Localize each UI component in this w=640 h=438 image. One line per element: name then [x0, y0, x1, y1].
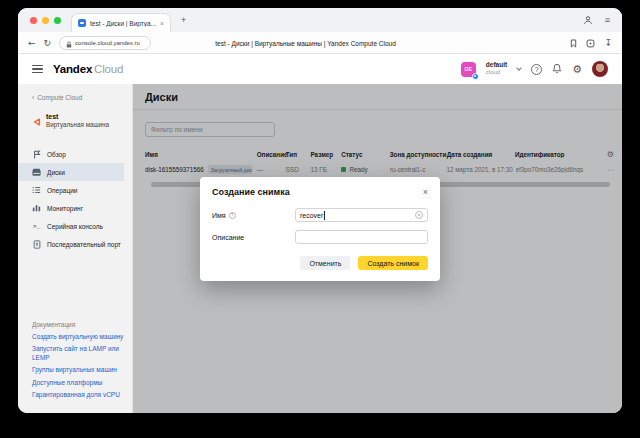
reload-icon[interactable]: ↻	[44, 38, 52, 48]
browser-window: test - Диски | Виртуа... × + ≡ ← ↻ conso…	[18, 8, 622, 413]
extensions-icon[interactable]	[586, 34, 595, 52]
cloud-avatar[interactable]: DE	[461, 62, 476, 77]
bell-icon[interactable]	[552, 60, 562, 78]
vm-service-icon	[32, 113, 41, 131]
description-field-label: Описание	[212, 234, 244, 241]
tab-close-icon[interactable]: ×	[160, 20, 164, 27]
bookmark-icon[interactable]	[570, 34, 577, 52]
docs-link-create-vm[interactable]: Создать виртуальную машину	[32, 333, 126, 341]
sidebar-nav: Обзор Диски	[18, 145, 124, 253]
sidebar-item-label: Последовательный порт	[47, 241, 121, 248]
download-icon[interactable]: ↧	[604, 38, 612, 48]
name-input-value: recover	[300, 212, 323, 219]
name-field-label: Имя	[212, 212, 226, 219]
service-kind: Виртуальная машина	[46, 121, 109, 128]
sidebar-item-label: Мониторинг	[47, 205, 83, 212]
hamburger-menu-icon[interactable]	[32, 65, 43, 74]
monitoring-chart-icon	[32, 204, 41, 212]
tab-favicon-icon	[78, 19, 86, 27]
window-controls	[30, 17, 61, 24]
chevron-left-icon: ‹	[32, 94, 34, 101]
docs-link-vcpu[interactable]: Гарантированная доля vCPU	[32, 391, 126, 399]
yandex-cloud-logo: YandexCloud	[53, 63, 123, 75]
page-title-text: test - Диски | Виртуальные машины | Yand…	[215, 39, 395, 46]
browser-tab[interactable]: test - Диски | Виртуа... ×	[71, 13, 171, 32]
snapshot-description-input[interactable]	[295, 230, 428, 244]
service-name: test	[46, 113, 109, 120]
sidebar-item-overview[interactable]: Обзор	[18, 145, 124, 163]
close-window-button[interactable]	[30, 17, 37, 24]
modal-title: Создание снимка	[212, 187, 290, 197]
cancel-button[interactable]: Отменить	[300, 256, 350, 270]
lock-icon	[66, 34, 72, 52]
snapshot-name-input[interactable]: recover ×	[295, 208, 428, 222]
sidebar-item-label: Обзор	[47, 151, 66, 158]
gear-icon[interactable]: ⚙	[572, 64, 582, 75]
sidebar-back-link[interactable]: ‹ Compute Cloud	[32, 94, 124, 101]
back-icon[interactable]: ←	[28, 38, 36, 48]
address-bar[interactable]: console.cloud.yandex.ru	[59, 36, 151, 50]
field-help-icon[interactable]: ?	[229, 212, 236, 219]
cloud-avatar-initials: DE	[464, 66, 472, 72]
operations-list-icon	[32, 186, 41, 194]
logo-cloud-text: Cloud	[94, 63, 123, 75]
tab-title: test - Диски | Виртуа...	[90, 20, 156, 27]
flag-icon	[32, 150, 41, 159]
browser-menu-icon[interactable]: ≡	[605, 15, 610, 25]
docs-title: Документация	[32, 321, 126, 328]
documentation-section: Документация Создать виртуальную машину …	[32, 321, 126, 404]
sidebar-item-label: Операции	[47, 187, 77, 194]
console-header: YandexCloud DE default cloud ? ⚙	[18, 54, 622, 84]
sidebar-item-serial-console[interactable]: >_ Серийная консоль	[18, 217, 124, 235]
zoom-window-button[interactable]	[54, 17, 61, 24]
text-caret	[324, 211, 325, 220]
close-icon[interactable]: ×	[423, 187, 428, 197]
browser-profile-icon[interactable]	[583, 15, 593, 25]
description-input-field[interactable]	[300, 234, 423, 241]
service-card[interactable]: test Виртуальная машина	[32, 113, 124, 131]
logo-yandex-text: Yandex	[53, 63, 92, 75]
sidebar-item-label: Диски	[47, 169, 65, 176]
account-scope: cloud	[486, 69, 507, 75]
clear-input-icon[interactable]: ×	[415, 211, 423, 219]
sidebar-item-operations[interactable]: Операции	[18, 181, 124, 199]
sidebar-item-disks[interactable]: Диски	[18, 163, 124, 181]
new-tab-button[interactable]: +	[181, 15, 186, 25]
url-text: console.cloud.yandex.ru	[75, 40, 140, 46]
create-snapshot-button[interactable]: Создать снимок	[358, 256, 428, 270]
sidebar: ‹ Compute Cloud test Виртуальная машина	[18, 84, 133, 413]
disk-icon	[32, 168, 41, 176]
sidebar-item-label: Серийная консоль	[47, 223, 103, 230]
tab-strip: test - Диски | Виртуа... × + ≡	[18, 8, 622, 32]
user-avatar[interactable]	[592, 61, 608, 77]
sidebar-item-monitoring[interactable]: Мониторинг	[18, 199, 124, 217]
document-icon	[32, 240, 41, 249]
sidebar-item-serial-port[interactable]: Последовательный порт	[18, 235, 124, 253]
minimize-window-button[interactable]	[42, 17, 49, 24]
docs-link-platforms[interactable]: Доступные платформы	[32, 379, 126, 387]
docs-link-vm-groups[interactable]: Группы виртуальных машин	[32, 366, 126, 374]
chevron-down-icon[interactable]	[516, 65, 522, 71]
cloud-avatar-badge-icon	[472, 73, 479, 80]
back-link-label: Compute Cloud	[37, 94, 82, 101]
account-switcher[interactable]: default cloud	[486, 62, 507, 75]
create-snapshot-modal: Создание снимка × Имя ? recover × Описан…	[200, 177, 440, 281]
browser-toolbar: ← ↻ console.cloud.yandex.ru test - Диски…	[18, 32, 622, 54]
docs-link-lamp[interactable]: Запустить сайт на LAMP или LEMP	[32, 345, 126, 361]
account-name: default	[486, 62, 507, 69]
help-icon[interactable]: ?	[531, 64, 542, 75]
terminal-icon: >_	[32, 223, 41, 230]
